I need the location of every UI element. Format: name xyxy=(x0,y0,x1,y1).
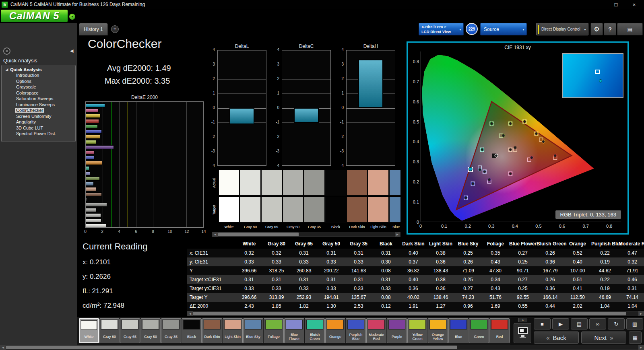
sidebar-item-saturation-sweeps[interactable]: Saturation Sweeps xyxy=(2,96,75,102)
scroll-right-icon[interactable]: ▶ xyxy=(638,311,644,316)
table-row-target-y: Target Y396.66313.89252.93194.81135.670.… xyxy=(187,293,644,302)
scroll-left-icon[interactable]: ◀ xyxy=(188,311,193,316)
actual-patch-gray-50[interactable] xyxy=(283,170,303,196)
actual-patch-white[interactable] xyxy=(219,170,239,196)
patch-button-yellow-green[interactable]: Yellow Green xyxy=(407,318,427,343)
target-patch-dark-skin[interactable] xyxy=(347,197,367,222)
y-tick-label: 1 xyxy=(341,91,344,95)
actual-patch-blue-sky[interactable] xyxy=(389,170,400,196)
de-bar-purple xyxy=(86,145,114,149)
sidebar-item-introduction[interactable]: Introduction xyxy=(2,72,75,78)
sidebar-item-3d-cube-lut[interactable]: 3D Cube LUT xyxy=(2,125,75,131)
display-config-button[interactable] xyxy=(514,323,531,343)
loop-button[interactable]: ∞ xyxy=(589,318,606,329)
patch-button-blue[interactable]: Blue xyxy=(448,318,469,343)
de-bar-row xyxy=(86,140,203,145)
target-patch-blue-sky[interactable] xyxy=(389,197,400,222)
scroll-thumb[interactable] xyxy=(218,233,299,236)
scroll-left-icon[interactable]: ◀ xyxy=(0,345,6,350)
back-button[interactable]: « Back xyxy=(534,331,579,344)
patch-button-red[interactable]: Red xyxy=(489,318,510,343)
scroll-left-icon[interactable]: ◀ xyxy=(213,232,218,237)
meter-dropdown[interactable]: X-Rite i1Pro 2 LCD Direct View ▼ xyxy=(419,23,464,35)
patch-swatch xyxy=(491,320,508,329)
sidebar-item-angularity[interactable]: Angularity xyxy=(2,119,75,125)
panel-layout-button[interactable]: ▤ xyxy=(617,23,643,35)
patch-button-blue-flower[interactable]: Blue Flower xyxy=(284,318,304,343)
patch-button-bluish-green[interactable]: Bluish Green xyxy=(305,318,325,343)
source-dropdown[interactable]: Source ▼ xyxy=(480,23,527,35)
patch-button-purple[interactable]: Purple xyxy=(387,318,407,343)
patch-button-orange[interactable]: Orange xyxy=(325,318,345,343)
patch-button-gray-65[interactable]: Gray 65 xyxy=(120,318,140,343)
close-button[interactable]: × xyxy=(625,0,643,9)
tab-history-1[interactable]: History 1 xyxy=(79,23,108,35)
refresh-button[interactable]: ↻ xyxy=(608,318,625,329)
patch-button-foliage[interactable]: Foliage xyxy=(264,318,284,343)
target-patch-gray-50[interactable] xyxy=(283,197,303,222)
actual-patch-gray-35[interactable] xyxy=(304,170,325,196)
patch-button-orange-yellow[interactable]: Orange Yellow xyxy=(428,318,448,343)
meter-count-badge[interactable]: 229 xyxy=(466,23,478,35)
patch-button-black[interactable]: Black xyxy=(182,318,202,343)
tree-root-quick-analysis[interactable]: ◢ Quick Analysis xyxy=(2,66,75,72)
actual-patch-dark-skin[interactable] xyxy=(347,170,367,196)
target-patch-light-skin[interactable] xyxy=(368,197,389,222)
sidebar-item-grayscale[interactable]: Grayscale xyxy=(2,84,75,90)
nav-circle-button[interactable] xyxy=(3,47,10,55)
column-header-bluish-green: Bluish Green xyxy=(537,241,564,247)
patch-button-light-skin[interactable]: Light Skin xyxy=(223,318,243,343)
sidebar-item-colorspace[interactable]: Colorspace xyxy=(2,90,75,96)
target-patch-gray-65[interactable] xyxy=(261,197,282,222)
actual-patch-gray-80[interactable] xyxy=(240,170,261,196)
patch-button-gray-50[interactable]: Gray 50 xyxy=(140,318,161,343)
patch-button-moderate-red[interactable]: Moderate Red xyxy=(366,318,386,343)
patch-label: Dark Skin xyxy=(347,225,367,229)
minimize-button[interactable]: – xyxy=(589,0,607,9)
sidebar-item-luminance-sweeps[interactable]: Luminance Sweeps xyxy=(2,102,75,108)
help-icon[interactable]: ? xyxy=(604,23,616,35)
patch-button-dark-skin[interactable]: Dark Skin xyxy=(202,318,222,343)
table-cell: 1.85 xyxy=(263,303,290,309)
target-patch-black[interactable] xyxy=(325,197,346,222)
patch-button-purplish-blue[interactable]: Purplish Blue xyxy=(346,318,366,343)
target-patch-gray-35[interactable] xyxy=(304,197,325,222)
scroll-thumb[interactable] xyxy=(6,346,457,349)
target-patch-gray-80[interactable] xyxy=(240,197,261,222)
sidebar-item-spectral-power-dist-[interactable]: Spectral Power Dist. xyxy=(2,131,75,137)
actual-patch-gray-65[interactable] xyxy=(261,170,282,196)
scroll-right-icon[interactable]: ▶ xyxy=(395,232,400,237)
strip-scrollbar[interactable]: ◀▶ xyxy=(212,232,400,237)
maximize-button[interactable]: □ xyxy=(607,0,625,9)
next-button[interactable]: Next » xyxy=(581,331,626,344)
actual-patch-light-skin[interactable] xyxy=(368,170,389,196)
sidebar-item-screen-uniformity[interactable]: Screen Uniformity xyxy=(2,113,75,119)
chevron-up-icon[interactable]: ∧ xyxy=(518,318,527,322)
scroll-thumb[interactable] xyxy=(193,312,626,315)
patch-button-white[interactable]: White xyxy=(79,318,99,343)
target-patch-white[interactable] xyxy=(219,197,239,222)
logo-dropdown-icon[interactable]: ▼ xyxy=(69,14,75,20)
patch-button-gray-35[interactable]: Gray 35 xyxy=(161,318,181,343)
table-scrollbar[interactable]: ◀▶ xyxy=(187,311,644,316)
window-scrollbar[interactable]: ◀▶ xyxy=(0,345,644,350)
collapse-sidebar-icon[interactable]: ◀ xyxy=(70,48,73,54)
stop-button[interactable]: ■ xyxy=(534,318,551,329)
scroll-right-icon[interactable]: ▶ xyxy=(638,345,644,350)
grid-view-button[interactable]: ▦ xyxy=(629,331,642,344)
sidebar-item-options[interactable]: Options xyxy=(2,78,75,84)
play-button[interactable]: ▶ xyxy=(552,318,569,329)
panels-button[interactable]: ▥ xyxy=(626,318,643,329)
patch-button-gray-80[interactable]: Gray 80 xyxy=(99,318,120,343)
gridline xyxy=(282,137,330,137)
save-button[interactable]: ▤ xyxy=(571,318,588,329)
patch-button-green[interactable]: Green xyxy=(469,318,489,343)
sidebar-item-colorchecker[interactable]: ColorChecker xyxy=(2,107,75,113)
patch-swatch xyxy=(204,320,221,329)
cie-1931-panel[interactable]: CIE 1931 xy xyxy=(407,41,629,235)
patch-button-blue-sky[interactable]: Blue Sky xyxy=(243,318,263,343)
actual-patch-black[interactable] xyxy=(325,170,346,196)
display-control-dropdown[interactable]: Direct Display Control ▼ xyxy=(536,23,588,35)
settings-gear-icon[interactable]: ⚙ xyxy=(590,23,603,35)
add-tab-button[interactable]: + xyxy=(111,25,119,33)
